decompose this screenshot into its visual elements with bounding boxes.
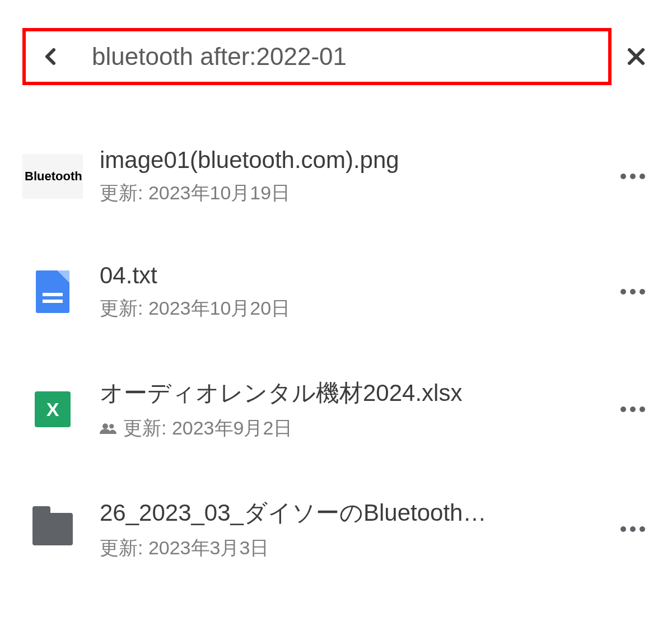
excel-icon: X bbox=[35, 391, 71, 427]
file-meta: 更新: 2023年3月3日 bbox=[100, 535, 616, 561]
file-meta: 更新: 2023年10月20日 bbox=[100, 296, 616, 321]
file-info: 26_2023_03_ダイソーのBluetooth… 更新: 2023年3月3日 bbox=[100, 497, 616, 561]
search-bar-highlighted: bluetooth after:2022-01 bbox=[22, 28, 612, 85]
file-info: オーディオレンタル機材2024.xlsx 更新: 2023年9月2日 bbox=[100, 377, 616, 441]
file-updated-text: 更新: 2023年3月3日 bbox=[100, 535, 269, 561]
document-icon bbox=[36, 270, 69, 313]
file-meta: 更新: 2023年9月2日 bbox=[100, 415, 616, 441]
svg-point-3 bbox=[109, 424, 114, 428]
more-dots-icon bbox=[620, 526, 645, 532]
file-updated-text: 更新: 2023年10月19日 bbox=[100, 180, 290, 206]
file-name: 04.txt bbox=[100, 262, 616, 289]
file-thumbnail bbox=[22, 507, 83, 552]
close-icon[interactable] bbox=[623, 43, 650, 70]
search-bar: bluetooth after:2022-01 bbox=[0, 0, 672, 96]
file-row[interactable]: 26_2023_03_ダイソーのBluetooth… 更新: 2023年3月3日 bbox=[22, 480, 650, 578]
more-dots-icon bbox=[620, 407, 645, 412]
shared-icon bbox=[100, 423, 116, 434]
more-options-button[interactable] bbox=[616, 174, 650, 179]
bluetooth-thumbnail: Bluetooth bbox=[22, 154, 83, 199]
file-name: オーディオレンタル機材2024.xlsx bbox=[100, 377, 616, 409]
more-options-button[interactable] bbox=[616, 289, 650, 295]
file-meta: 更新: 2023年10月19日 bbox=[100, 180, 616, 206]
file-info: 04.txt 更新: 2023年10月20日 bbox=[100, 262, 616, 321]
folder-icon bbox=[32, 513, 73, 545]
more-dots-icon bbox=[620, 174, 645, 179]
search-input[interactable]: bluetooth after:2022-01 bbox=[92, 43, 347, 71]
file-thumbnail: Bluetooth bbox=[22, 154, 83, 199]
file-updated-text: 更新: 2023年10月20日 bbox=[100, 296, 290, 321]
svg-point-2 bbox=[102, 423, 108, 429]
search-results: Bluetooth image01(bluetooth.com).png 更新:… bbox=[0, 96, 672, 578]
file-row[interactable]: X オーディオレンタル機材2024.xlsx 更新: 2023年9月2日 bbox=[22, 361, 650, 458]
file-row[interactable]: 04.txt 更新: 2023年10月20日 bbox=[22, 245, 650, 338]
file-updated-text: 更新: 2023年9月2日 bbox=[123, 415, 292, 441]
more-options-button[interactable] bbox=[616, 407, 650, 412]
file-thumbnail bbox=[22, 269, 83, 314]
back-icon[interactable] bbox=[37, 43, 64, 70]
file-name: image01(bluetooth.com).png bbox=[100, 147, 616, 174]
more-options-button[interactable] bbox=[616, 526, 650, 532]
file-info: image01(bluetooth.com).png 更新: 2023年10月1… bbox=[100, 147, 616, 206]
more-dots-icon bbox=[620, 289, 645, 295]
file-row[interactable]: Bluetooth image01(bluetooth.com).png 更新:… bbox=[22, 130, 650, 223]
file-thumbnail: X bbox=[22, 387, 83, 432]
file-name: 26_2023_03_ダイソーのBluetooth… bbox=[100, 497, 616, 529]
